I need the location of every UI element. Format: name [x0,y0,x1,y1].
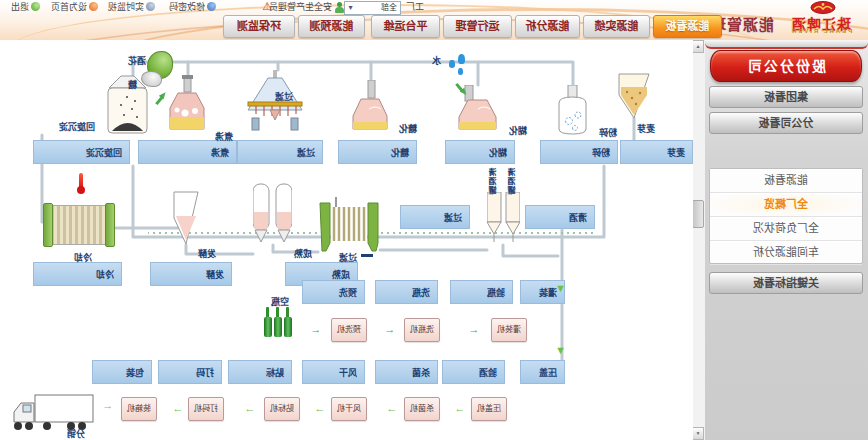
diagram-label-酒花: 酒花 [128,54,146,67]
machine-灌装机: 灌装机 [491,318,527,342]
zone-预洗[interactable]: 预洗 [302,280,365,304]
scrollbar-thumb[interactable] [692,200,704,228]
malt-silo-icon [618,73,650,123]
link-修改密码[interactable]: 修改密码 [169,1,216,14]
tab-能源分析[interactable]: 能源分析 [515,15,580,38]
flow-arrow-icon: → [386,403,397,413]
diagram-label-发酵: 发酵 [198,247,216,260]
sidebar-item-能源看板[interactable]: 能源看板 [710,169,862,193]
sugar-icon [141,71,162,87]
scroll-up-button[interactable]: ▲ [692,40,704,53]
machine-洗瓶机: 洗瓶机 [404,318,440,342]
sidebar-banner: 股份分公司 [710,50,862,82]
zone-糖化[interactable]: 糖化 [338,140,417,164]
empty-bottles-icon [262,307,292,341]
flow-arrow-icon: ← [310,324,321,334]
zone-打码[interactable]: 打码 [158,360,222,384]
power-icon [31,2,40,11]
mash-tun-icon [350,80,390,139]
tab-运行管理[interactable]: 运行管理 [443,15,512,38]
zone-冷却[interactable]: 冷却 [33,262,122,286]
zone-包装[interactable]: 包装 [92,360,152,384]
maturation-tanks-icon [253,182,292,250]
zone-贴标[interactable]: 贴标 [228,360,292,384]
tab-能源实绩[interactable]: 能源实绩 [583,15,650,38]
top-bar: 珠江啤酒 PEARL RIVER 能源管理系统 工厂 全部 ▼ 安全生产管理员 … [0,0,868,42]
diagram-label-过滤: 过滤 [275,90,293,103]
filter-dash-icon [361,254,373,257]
diagram-label-清酒罐: 清酒罐 [507,168,518,195]
flow-arrow-icon: → [314,403,325,413]
gear-icon [146,2,155,11]
factory-select[interactable]: 全部 ▼ [344,1,401,15]
zone-清酒[interactable]: 清酒 [525,205,595,229]
link-退出[interactable]: 退出 [11,1,40,14]
process-flow-diagram: 麦芽粉碎糊化糖化过滤煮沸回旋沉淀清酒过滤成熟发酵冷却灌装验瓶洗瓶预洗压盖验酒杀菌… [0,40,693,440]
thermometer-icon [79,173,83,189]
tab-能源看板[interactable]: 能源看板 [653,15,722,38]
diagram-label-糊化: 糊化 [509,124,527,137]
factory-label: 工厂 [406,1,424,14]
zone-发酵[interactable]: 发酵 [150,262,232,286]
flow-arrow-icon: → [172,403,183,413]
diagram-label-水: 水 [432,54,441,67]
flow-arrow-icon: ▼ [555,283,566,293]
diagram-label-清酒罐: 清酒罐 [488,168,499,195]
diagram-label-糖化: 糖化 [399,122,417,135]
diagram-label-煮沸: 煮沸 [215,130,233,143]
zone-洗瓶[interactable]: 洗瓶 [375,280,438,304]
flow-arrow-icon: ← [102,400,113,410]
alert-triangle-icon[interactable]: ⚠ [262,0,272,13]
zone-粉碎[interactable]: 粉碎 [540,140,618,164]
zone-煮沸[interactable]: 煮沸 [138,140,237,164]
user-name: 安全生产管理员 [269,1,332,14]
scroll-down-button[interactable]: ▼ [692,427,704,440]
flow-arrow-icon: → [244,403,255,413]
zone-验酒[interactable]: 验酒 [442,360,505,384]
machine-装箱机: 装箱机 [121,397,157,421]
sidebar-item-全厂负荷状况[interactable]: 全厂负荷状况 [710,217,862,241]
tab-平台运维[interactable]: 平台运维 [371,15,440,38]
zone-过滤[interactable]: 过滤 [237,140,323,164]
lauter-tun-icon [240,70,310,140]
factory-select-value: 全部 [381,3,397,12]
sidebar-item-全厂概览[interactable]: 全厂概览 [710,193,862,217]
home-icon [89,2,98,11]
tab-环保监测[interactable]: 环保监测 [223,15,295,38]
kettle-icon [167,75,207,139]
mill-icon [555,85,590,139]
fermenter-icon [172,190,200,250]
sidebar-item-group-board[interactable]: 集团看板 [709,86,863,108]
diagram-label-糖: 糖 [128,78,137,91]
zone-麦芽[interactable]: 麦芽 [620,140,693,164]
diagram-label-空瓶: 空瓶 [271,295,289,308]
link-设为首页[interactable]: 设为首页 [51,1,98,14]
link-实时监视[interactable]: 实时监视 [108,1,155,14]
machine-杀菌机: 杀菌机 [404,397,440,421]
zone-糊化[interactable]: 糊化 [445,140,515,164]
content-scrollbar: ▲ ▼ [692,40,705,440]
tab-能源预测[interactable]: 能源预测 [298,15,365,38]
sidebar-item-kpi-board[interactable]: 关键指标看板 [709,272,863,294]
flow-arrow-icon: ▼ [555,345,566,355]
zone-验瓶[interactable]: 验瓶 [450,280,513,304]
zone-杀菌[interactable]: 杀菌 [375,360,438,384]
machine-风干机: 风干机 [331,397,367,421]
sidebar-item-车间能源分析[interactable]: 车间能源分析 [710,241,862,265]
zone-压盖[interactable]: 压盖 [520,360,565,384]
zone-回旋沉淀[interactable]: 回旋沉淀 [33,140,130,164]
screenshot-root: { "colors":{"accent_orange":"#f7941e","b… [0,0,868,440]
sidebar-submenu-panel: 能源看板全厂概览全厂负荷状况车间能源分析 [709,168,863,264]
machine-贴标机: 贴标机 [264,397,300,421]
flow-arrow-icon: ← [384,324,395,334]
zone-过滤[interactable]: 过滤 [400,205,470,229]
ems-application: { "colors":{"accent_orange":"#f7941e","b… [0,0,868,440]
zone-风干[interactable]: 风干 [302,360,365,384]
flow-arrow-icon: → [454,403,465,413]
bright-beer-tanks-icon [487,192,520,248]
diagram-label-成熟: 成熟 [294,247,312,260]
user-icon [335,2,345,13]
machine-打码机: 打码机 [188,397,224,421]
sidebar-item-company-board[interactable]: 分公司看板 [709,112,863,134]
diagram-label-冷却: 冷却 [74,251,92,264]
